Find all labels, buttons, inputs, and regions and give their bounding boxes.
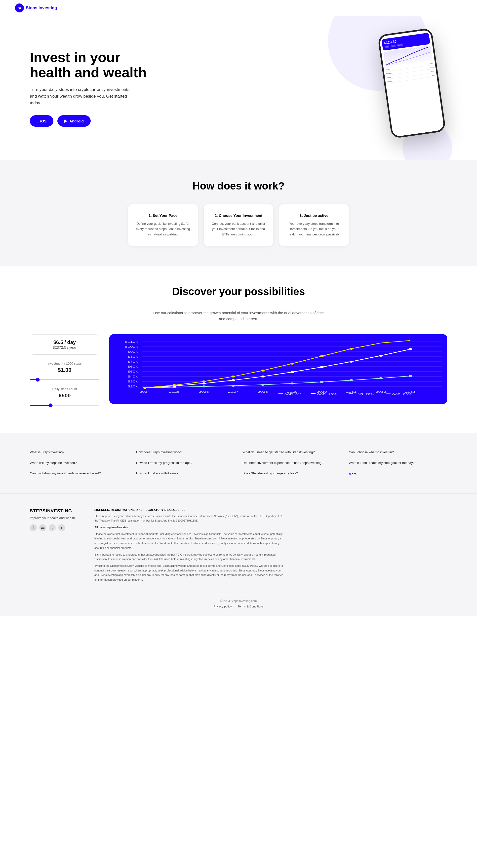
investment-slider[interactable] — [30, 379, 99, 380]
how-section: How does it work? 1. Set Your Pace Defin… — [0, 160, 477, 266]
faq-item-6[interactable]: How do I track my progress in the app? — [136, 461, 235, 465]
logo-icon: Si — [15, 3, 24, 12]
svg-text:$110k: $110k — [125, 340, 138, 343]
legal-p3: It is important for users to understand … — [94, 552, 283, 561]
faq-more[interactable]: More — [349, 472, 447, 476]
svg-point-53 — [231, 375, 235, 377]
svg-text:$90k: $90k — [127, 350, 138, 353]
how-card-3-desc: Your everyday steps transform into inves… — [286, 221, 342, 237]
svg-rect-60 — [311, 393, 316, 394]
phone-stat-1: 2629 — [384, 45, 389, 49]
svg-text:$30k: $30k — [127, 380, 138, 383]
discover-title: Discover your possibilities — [30, 286, 447, 298]
svg-text:$80k: $80k — [127, 355, 138, 358]
svg-point-44 — [261, 375, 265, 377]
faq-item-2[interactable]: How does StepsInvesting work? — [136, 450, 235, 455]
svg-point-42 — [202, 382, 206, 384]
svg-point-37 — [350, 379, 353, 381]
faq-grid: What is StepsInvesting? How does StepsIn… — [30, 450, 447, 475]
apple-icon:  — [37, 119, 38, 123]
how-card-1-title: 1. Set Your Pace — [135, 213, 191, 218]
hero-section: Invest in your health and wealth Turn yo… — [0, 16, 477, 160]
faq-item-5[interactable]: When will my steps be invested? — [30, 461, 128, 465]
svg-text:AAR: 15%: AAR: 15% — [317, 393, 337, 395]
phone-mockup: $129.80 2629 83.6k 35.4% Bitcoin$54.1 — [377, 28, 446, 139]
investment-slider-wrap: Investment / 1000 steps $1.00 — [30, 362, 99, 381]
phone-stat-3: 35.4% — [397, 43, 403, 47]
instagram-icon[interactable]: 📷 — [39, 524, 46, 531]
ios-button[interactable]:  iOS — [30, 115, 53, 127]
svg-point-39 — [409, 375, 412, 377]
hero-subtitle: Turn your daily steps into cryptocurrenc… — [30, 86, 134, 106]
investment-value: $1.00 — [30, 367, 99, 373]
phone-stat-2: 83.6k — [391, 44, 396, 48]
svg-text:$70k: $70k — [127, 360, 138, 363]
discover-subtitle: Use our calculator to discover the growt… — [152, 310, 325, 322]
reddit-icon[interactable]: r — [58, 524, 65, 531]
privacy-link[interactable]: Privacy policy — [213, 605, 232, 608]
svg-point-52 — [202, 380, 206, 382]
footer-brand-name: STEPSINVESTING — [30, 508, 80, 514]
terms-link[interactable]: Terms & Conditions — [238, 605, 264, 608]
svg-text:$40k: $40k — [127, 375, 138, 378]
faq-item-3[interactable]: What do I need to get started with Steps… — [242, 450, 341, 455]
navbar: Si Steps Investing — [0, 0, 477, 16]
svg-text:2032: 2032 — [376, 391, 386, 393]
svg-point-48 — [379, 355, 383, 356]
how-title: How does it work? — [30, 180, 447, 192]
faq-item-11[interactable]: Does StepsInvesting charge any fees? — [242, 471, 341, 476]
steps-slider-wrap: Daily steps count 6500 — [30, 387, 99, 407]
how-card-1: 1. Set Your Pace Define your goal, like … — [128, 205, 198, 246]
how-cards-row: 1. Set Your Pace Define your goal, like … — [30, 205, 447, 246]
faq-item-8[interactable]: What if I don't reach my step goal for t… — [349, 461, 447, 465]
calculator-wrap: $6.5 / day $2372.5 / year Investment / 1… — [30, 334, 447, 413]
svg-point-56 — [320, 355, 324, 357]
svg-point-33 — [231, 385, 235, 387]
logo[interactable]: Si Steps Investing — [15, 3, 57, 12]
chart-svg: $110k $100k $90k $80k $70k $60k $50k $40… — [114, 339, 442, 396]
footer-bottom: © 2024 StepsInvesting.com Privacy policy… — [30, 594, 447, 608]
svg-rect-62 — [349, 393, 353, 394]
svg-text:$50k: $50k — [127, 370, 138, 373]
legal-p2: Please be aware that investment in finan… — [94, 532, 283, 550]
hero-title: Invest in your health and wealth — [30, 50, 159, 80]
facebook-icon[interactable]: f — [30, 524, 37, 531]
android-icon: ▶ — [64, 119, 67, 123]
twitter-icon[interactable]: t — [49, 524, 56, 531]
svg-text:AAR: 30%: AAR: 30% — [392, 393, 411, 395]
svg-point-43 — [231, 379, 235, 381]
svg-point-50 — [143, 387, 147, 389]
faq-item-1[interactable]: What is StepsInvesting? — [30, 450, 128, 455]
android-button[interactable]: ▶ Android — [57, 115, 91, 127]
faq-item-9[interactable]: Can I withdraw my investments whenever I… — [30, 471, 128, 476]
footer-links: Privacy policy Terms & Conditions — [30, 605, 447, 608]
chart-area: $110k $100k $90k $80k $70k $60k $50k $40… — [109, 334, 447, 404]
svg-text:2026: 2026 — [199, 391, 209, 393]
brand-name: Steps Investing — [26, 5, 57, 10]
footer-top: STEPSINVESTING Improve your health and w… — [30, 508, 447, 584]
steps-label: Daily steps count — [30, 387, 99, 391]
footer-brand: STEPSINVESTING Improve your health and w… — [30, 508, 80, 584]
faq-item-10[interactable]: How do I make a withdrawal? — [136, 471, 235, 476]
footer-legal: LICENSES, REGISTRATIONS, AND REGULATORY … — [94, 508, 283, 584]
svg-text:$100k: $100k — [125, 345, 138, 348]
investment-label: Investment / 1000 steps — [30, 362, 99, 365]
steps-value: 6500 — [30, 393, 99, 399]
how-card-3: 3. Just be active Your everyday steps tr… — [279, 205, 349, 246]
svg-point-35 — [291, 382, 294, 384]
discover-section: Discover your possibilities Use our calc… — [0, 266, 477, 433]
faq-item-4[interactable]: Can I choose what to invest in? — [349, 450, 447, 455]
legal-p1: Steps App Inc. is registered as a Money … — [94, 514, 283, 523]
hero-buttons:  iOS ▶ Android — [30, 115, 159, 127]
legal-p4: By using the StepsInvesting.com website … — [94, 563, 283, 582]
svg-text:2027: 2027 — [228, 391, 239, 393]
faq-item-7[interactable]: Do I need investment experience to use S… — [242, 461, 341, 465]
social-icons: f 📷 t r — [30, 524, 80, 531]
svg-point-54 — [261, 370, 265, 372]
hero-left: Invest in your health and wealth Turn yo… — [30, 50, 159, 127]
svg-point-51 — [172, 384, 176, 386]
footer-tagline: Improve your health and wealth. — [30, 516, 80, 520]
svg-point-36 — [320, 381, 324, 383]
steps-slider[interactable] — [30, 405, 99, 406]
calc-summary: $6.5 / day $2372.5 / year — [30, 334, 99, 355]
